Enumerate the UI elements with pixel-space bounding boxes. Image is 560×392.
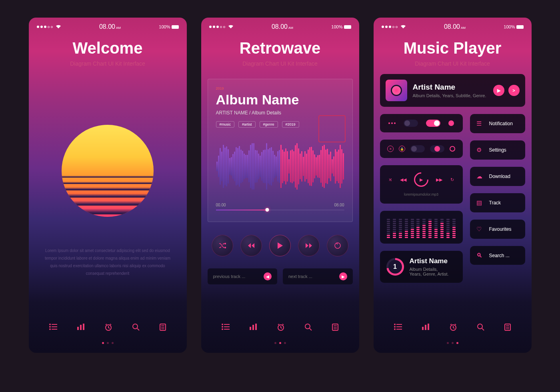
- equalizer[interactable]: [380, 211, 463, 244]
- menu-label: Favourites: [489, 226, 512, 232]
- svg-rect-8: [83, 324, 84, 330]
- music-player-screen: 08.00AM 100% Music Player Diagram Chart …: [374, 18, 532, 353]
- filename: loremipsumdolor.mp3: [385, 192, 458, 196]
- page-indicator: [201, 342, 359, 344]
- page-indicator: [374, 342, 532, 344]
- menu-icon: ☰: [476, 120, 484, 127]
- retrowave-screen: 08.00AM 100% Retrowave Diagram Chart UI …: [201, 18, 359, 353]
- search-icon[interactable]: [305, 324, 312, 331]
- page-subtitle: Diagram Chart UI Kit Interface: [208, 60, 353, 67]
- tag[interactable]: #artist: [238, 121, 256, 128]
- play-ring-button[interactable]: ▶: [411, 170, 432, 190]
- tag[interactable]: #2019: [282, 121, 299, 128]
- wifi-icon: [228, 25, 234, 29]
- shuffle-button[interactable]: [212, 235, 233, 256]
- search-button[interactable]: 🔍︎ Search ...: [470, 246, 525, 265]
- list-icon[interactable]: [222, 324, 230, 331]
- svg-point-27: [394, 326, 396, 328]
- close-icon[interactable]: ✕: [387, 146, 394, 152]
- svg-rect-31: [422, 327, 424, 330]
- chart-icon[interactable]: [422, 324, 429, 331]
- signal-indicator: [37, 25, 61, 29]
- settings-button[interactable]: ⚙ Settings: [470, 140, 525, 160]
- svg-rect-32: [425, 325, 426, 330]
- toggle-2[interactable]: [426, 120, 440, 127]
- signal-indicator: [382, 25, 406, 29]
- page-title: Welcome: [35, 39, 180, 57]
- chart-icon[interactable]: [77, 324, 84, 331]
- status-bar: 08.00AM 100%: [380, 18, 525, 33]
- svg-point-35: [478, 324, 482, 329]
- rewind-button[interactable]: [240, 235, 262, 256]
- svg-point-13: [222, 324, 223, 325]
- page-indicator: [29, 342, 187, 344]
- list-icon[interactable]: [394, 324, 402, 331]
- notification-button[interactable]: ☰ Notification: [470, 114, 525, 133]
- wifi-icon: [56, 25, 61, 29]
- list-icon[interactable]: [49, 324, 57, 331]
- cloud-download-icon: ☁: [476, 173, 484, 180]
- progress-knob[interactable]: [265, 208, 269, 212]
- toggle-3[interactable]: [410, 145, 425, 152]
- alarm-icon[interactable]: [277, 324, 284, 331]
- prev-icon: ◀: [264, 272, 272, 280]
- svg-rect-21: [255, 324, 257, 330]
- toggle-row-2: ✕ 🔒: [380, 140, 463, 158]
- previous-track-button[interactable]: previous track ... ◀: [208, 268, 278, 284]
- artist-name: Artist Name: [410, 257, 449, 265]
- svg-rect-33: [428, 324, 429, 330]
- alarm-icon[interactable]: [105, 324, 112, 331]
- play-button[interactable]: [269, 235, 291, 256]
- chart-icon[interactable]: [250, 324, 257, 331]
- track-button[interactable]: ▤ Track: [470, 193, 525, 212]
- album-subtitle: ARTIST NAME / Album Details: [216, 110, 344, 116]
- lock-icon[interactable]: 🔒: [399, 146, 405, 152]
- document-icon[interactable]: [332, 324, 338, 331]
- ranked-artist-card[interactable]: 1 Artist Name Album Details, Years, Genr…: [380, 251, 463, 283]
- download-button[interactable]: ☁ Download: [470, 167, 525, 186]
- player-controls: [208, 235, 353, 256]
- svg-point-29: [394, 328, 396, 330]
- now-playing-card[interactable]: Artist Name Album Details, Years, Subtit…: [380, 74, 525, 107]
- search-icon[interactable]: [132, 324, 140, 331]
- next-mini-button[interactable]: >: [508, 85, 520, 96]
- toggle-4[interactable]: [430, 145, 444, 152]
- tag[interactable]: #music: [216, 121, 235, 128]
- page-title: Music Player: [380, 39, 525, 57]
- gear-icon: ⚙: [476, 146, 484, 154]
- menu-label: Search ...: [489, 253, 510, 258]
- ring-icon: [450, 146, 455, 152]
- favourites-button[interactable]: ♡ Favourites: [470, 220, 525, 239]
- bottom-nav: [29, 324, 187, 331]
- alarm-icon[interactable]: [450, 324, 457, 331]
- shuffle-icon[interactable]: ⤨: [388, 177, 392, 182]
- waveform[interactable]: [216, 136, 344, 196]
- toggle-1[interactable]: [404, 120, 418, 127]
- menu-label: Download: [489, 174, 510, 179]
- repeat-icon[interactable]: ↻: [450, 177, 454, 182]
- svg-rect-3: [52, 326, 57, 327]
- svg-point-17: [222, 328, 223, 330]
- artist-name: Artist Name: [413, 83, 488, 92]
- document-icon[interactable]: [504, 324, 511, 331]
- repeat-button[interactable]: [327, 235, 348, 256]
- svg-point-4: [49, 328, 51, 330]
- forward-icon[interactable]: ▶▶: [436, 177, 442, 182]
- document-icon[interactable]: [160, 324, 166, 331]
- forward-button[interactable]: [298, 235, 320, 256]
- play-mini-button[interactable]: ▶: [493, 85, 504, 96]
- next-track-button[interactable]: next track ... ▶: [283, 268, 353, 284]
- time-total: 08.00: [334, 203, 344, 207]
- search-icon[interactable]: [477, 324, 484, 331]
- tag[interactable]: #genre: [260, 121, 278, 128]
- more-icon[interactable]: [388, 122, 396, 124]
- svg-rect-26: [396, 324, 402, 325]
- progress-bar[interactable]: [216, 210, 344, 210]
- body-text: Lorem Ipsum dolor sit amet consectetur a…: [35, 231, 180, 277]
- rewind-icon[interactable]: ◀◀: [400, 177, 406, 182]
- svg-point-2: [49, 326, 51, 328]
- artist-sub-1: Album Details,: [410, 267, 449, 272]
- bottom-nav: [374, 324, 532, 331]
- status-bar: 08.00AM 100%: [35, 18, 180, 33]
- album-art-placeholder[interactable]: [318, 115, 346, 142]
